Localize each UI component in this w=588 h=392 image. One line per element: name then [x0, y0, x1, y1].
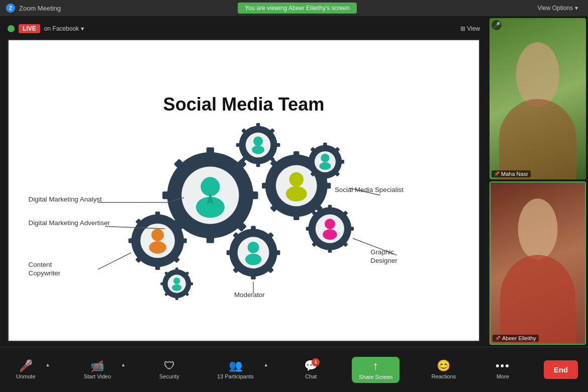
- more-button[interactable]: ••• More: [487, 356, 518, 383]
- live-bar: LIVE on Facebook ▾ ⊞ View: [8, 21, 480, 36]
- view-button[interactable]: ⊞ View: [460, 25, 480, 32]
- participant-video-abeer: [491, 182, 585, 344]
- view-options-button[interactable]: View Options ▾: [534, 3, 582, 14]
- svg-rect-31: [275, 143, 280, 147]
- svg-rect-80: [227, 250, 232, 255]
- slide-container: Social Media Team: [8, 39, 480, 342]
- live-badge: LIVE: [19, 24, 40, 33]
- view-options-label: View Options: [538, 5, 573, 12]
- svg-rect-91: [348, 227, 354, 231]
- unmute-group: 🎤 Unmute ▲: [10, 356, 52, 383]
- more-label: More: [497, 373, 509, 379]
- participant-card-abeer: 📌 Abeer Elleithy: [489, 181, 586, 345]
- view-options-chevron-icon: ▾: [575, 5, 578, 12]
- svg-rect-56: [129, 238, 135, 243]
- pin-icon: 📌: [494, 171, 500, 176]
- svg-text:Moderator: Moderator: [234, 291, 265, 299]
- svg-rect-55: [180, 238, 186, 243]
- end-button[interactable]: End: [544, 360, 578, 379]
- svg-rect-53: [155, 212, 160, 218]
- platform-caret-icon: ▾: [81, 25, 84, 32]
- svg-point-98: [323, 229, 337, 240]
- svg-rect-43: [339, 160, 344, 164]
- svg-rect-17: [293, 151, 299, 159]
- svg-rect-6: [248, 191, 258, 199]
- slide-area: LIVE on Facebook ▾ ⊞ View Social Media T…: [0, 16, 487, 347]
- svg-rect-29: [256, 123, 260, 128]
- start-video-group: 📹 Start Video ▲: [78, 356, 128, 383]
- svg-rect-54: [155, 263, 160, 270]
- slide-content: Social Media Team: [9, 40, 479, 341]
- chat-button[interactable]: 💬 1 Chat: [296, 356, 326, 383]
- svg-rect-44: [306, 160, 311, 164]
- chat-label: Chat: [305, 373, 317, 379]
- svg-rect-42: [323, 176, 327, 181]
- share-screen-label: Share Screen: [359, 374, 393, 380]
- svg-point-49: [321, 154, 329, 162]
- title-bar-left: Z Zoom Meeting: [6, 4, 61, 13]
- platform-label[interactable]: on Facebook ▾: [44, 25, 84, 32]
- share-screen-button[interactable]: ↑ Share Screen: [352, 357, 400, 383]
- slide-svg: Social Media Team: [24, 50, 464, 331]
- participants-caret-button[interactable]: ▲: [262, 358, 270, 371]
- svg-rect-20: [262, 183, 269, 188]
- start-video-label: Start Video: [84, 373, 111, 379]
- reactions-icon: 😊: [437, 360, 450, 371]
- participants-label: 13 Participants: [217, 373, 254, 379]
- chat-icon: 💬 1: [304, 360, 318, 371]
- unmute-caret-button[interactable]: ▲: [44, 358, 52, 371]
- svg-rect-77: [251, 226, 256, 231]
- svg-text:Designer: Designer: [370, 257, 398, 264]
- abeer-elleithy-name: 📌 Abeer Elleithy: [493, 335, 539, 342]
- svg-rect-4: [207, 147, 214, 158]
- svg-text:Social Media Specialist: Social Media Specialist: [335, 186, 404, 193]
- svg-point-50: [319, 162, 331, 170]
- title-text: Zoom Meeting: [19, 5, 61, 12]
- participants-button[interactable]: 👥 13 Participants: [211, 356, 260, 383]
- maha-nasr-name: 📌 Maha Nasr: [492, 170, 531, 177]
- svg-point-73: [173, 277, 180, 284]
- chat-badge: 1: [312, 358, 320, 366]
- svg-rect-19: [323, 183, 331, 188]
- toolbar: 🎤 Unmute ▲ 📹 Start Video ▲ 🛡 Security 👥 …: [0, 347, 588, 392]
- svg-point-86: [245, 254, 261, 265]
- maha-photo: [489, 18, 586, 179]
- video-icon: 📹: [90, 360, 104, 371]
- svg-point-37: [253, 136, 263, 146]
- unmute-button[interactable]: 🎤 Unmute: [10, 356, 42, 383]
- svg-rect-92: [306, 227, 312, 231]
- abeer-photo: [491, 182, 585, 344]
- svg-rect-66: [175, 296, 178, 300]
- svg-rect-7: [162, 191, 173, 199]
- svg-point-25: [289, 172, 304, 187]
- svg-text:Graphic: Graphic: [370, 248, 394, 256]
- reactions-button[interactable]: 😊 Reactions: [425, 356, 462, 383]
- live-badge-wrap: LIVE on Facebook ▾: [8, 24, 84, 33]
- unmute-label: Unmute: [16, 373, 36, 379]
- muted-icon: 🎤: [492, 20, 502, 30]
- svg-rect-78: [251, 274, 256, 279]
- svg-text:Copywriter: Copywriter: [29, 269, 61, 277]
- svg-rect-30: [256, 162, 260, 167]
- main-area: LIVE on Facebook ▾ ⊞ View Social Media T…: [0, 16, 588, 347]
- svg-point-74: [172, 284, 181, 291]
- start-video-button[interactable]: 📹 Start Video: [78, 356, 117, 383]
- participant-video-maha: [489, 18, 586, 179]
- svg-rect-89: [328, 205, 332, 211]
- svg-point-97: [325, 219, 335, 229]
- svg-point-61: [151, 229, 164, 241]
- svg-rect-79: [274, 250, 280, 255]
- svg-rect-32: [236, 143, 241, 147]
- video-caret-button[interactable]: ▲: [119, 358, 128, 371]
- svg-point-85: [248, 242, 259, 253]
- svg-text:Content: Content: [29, 261, 52, 268]
- security-button[interactable]: 🛡 Security: [153, 356, 185, 383]
- svg-rect-67: [189, 282, 193, 285]
- svg-point-62: [149, 241, 166, 254]
- microphone-icon: 🎤: [19, 360, 33, 371]
- title-bar: Z Zoom Meeting You are viewing Abeer Ell…: [0, 0, 588, 16]
- zoom-logo: Z: [6, 4, 15, 13]
- svg-text:Social Media Team: Social Media Team: [163, 94, 325, 115]
- live-indicator-dot: [8, 25, 15, 32]
- screen-sharing-banner: You are viewing Abeer Elleithy's screen: [238, 3, 357, 14]
